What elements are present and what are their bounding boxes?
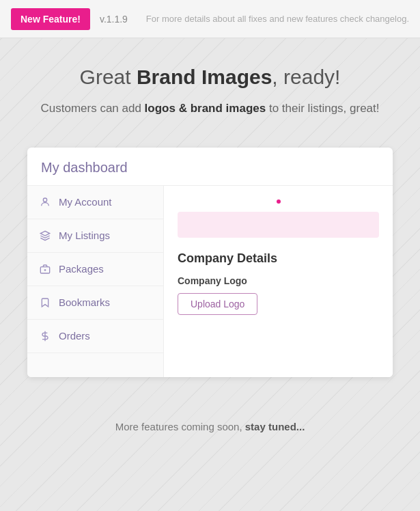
company-details-title: Company Details bbox=[178, 251, 379, 266]
dot-indicator bbox=[277, 199, 281, 204]
sidebar-item-label-packages: Packages bbox=[59, 263, 104, 275]
footer-text: More features coming soon, stay tuned... bbox=[14, 421, 406, 432]
svg-point-0 bbox=[43, 198, 46, 202]
hero-section: Great Brand Images, ready! Customers can… bbox=[0, 38, 420, 131]
version-label: v.1.1.9 bbox=[100, 14, 128, 25]
hero-subtitle: Customers can add logos & brand images t… bbox=[27, 100, 393, 118]
packages-icon bbox=[38, 262, 52, 276]
company-logo-label: Company Logo bbox=[178, 275, 379, 286]
sidebar-item-my-listings[interactable]: My Listings bbox=[27, 219, 163, 253]
changelog-text: For more details about all fixes and new… bbox=[146, 14, 409, 24]
person-icon bbox=[38, 195, 52, 209]
header: New Feature! v.1.1.9 For more details ab… bbox=[0, 0, 420, 38]
content-input-placeholder[interactable] bbox=[178, 212, 379, 238]
layers-icon bbox=[38, 229, 52, 243]
sidebar-item-bookmarks[interactable]: Bookmarks bbox=[27, 286, 163, 320]
sidebar-item-orders[interactable]: Orders bbox=[27, 320, 163, 353]
sidebar-nav: My Account My Listings bbox=[27, 186, 164, 377]
new-feature-badge[interactable]: New Feature! bbox=[11, 8, 90, 30]
company-section: Company Details Company Logo Upload Logo bbox=[178, 251, 379, 315]
sidebar-item-my-account[interactable]: My Account bbox=[27, 186, 163, 219]
upload-logo-button[interactable]: Upload Logo bbox=[178, 293, 257, 315]
dashboard-card: My dashboard My Account bbox=[27, 148, 393, 377]
sidebar-item-label-my-listings: My Listings bbox=[59, 230, 110, 241]
bookmark-icon bbox=[38, 296, 52, 309]
content-top-bar bbox=[178, 199, 379, 204]
sidebar-item-label-my-account: My Account bbox=[59, 196, 112, 208]
footer: More features coming soon, stay tuned... bbox=[0, 393, 420, 453]
sidebar-item-label-orders: Orders bbox=[59, 330, 90, 342]
sidebar-item-label-bookmarks: Bookmarks bbox=[59, 296, 110, 308]
dashboard-title: My dashboard bbox=[27, 148, 393, 186]
dollar-icon bbox=[38, 329, 52, 343]
svg-marker-1 bbox=[40, 231, 49, 236]
main-content-area: Company Details Company Logo Upload Logo bbox=[164, 186, 393, 377]
hero-title: Great Brand Images, ready! bbox=[27, 66, 393, 89]
sidebar-item-packages[interactable]: Packages bbox=[27, 253, 163, 286]
dashboard-body: My Account My Listings bbox=[27, 186, 393, 377]
